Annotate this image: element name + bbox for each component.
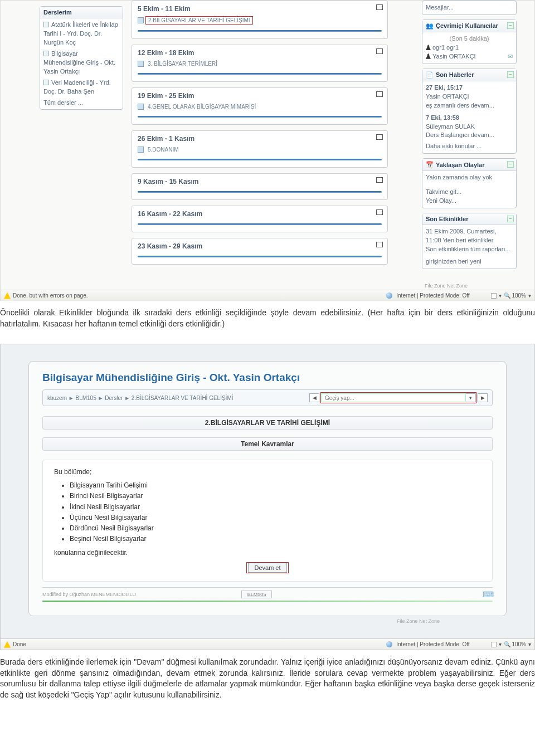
dropdown-icon[interactable] <box>491 642 497 647</box>
week-title: 9 Kasım - 15 Kasım <box>138 178 382 186</box>
bullet-list: Bilgisayarın Tarihi Gelişimi Birinci Nes… <box>70 480 481 544</box>
news-item[interactable]: 27 Eki, 15:17 Yasin ORTAKÇI eş zamanlı d… <box>426 84 513 110</box>
warning-icon <box>4 292 11 299</box>
list-item: Bilgisayarın Tarihi Gelişimi <box>70 480 481 491</box>
continue-button[interactable]: Devam et <box>248 563 286 573</box>
browser-statusbar: Done, but with errors on page. Internet … <box>1 290 534 301</box>
week-box: 23 Kasım - 29 Kasım <box>132 238 388 265</box>
week-toggle-icon[interactable] <box>376 48 383 54</box>
lesson-card: Bilgisayar Mühendisliğine Giriş - Okt. Y… <box>28 361 507 616</box>
week-box: 19 Ekim - 25 Ekim 4.GENEL OLARAK BİLGİSA… <box>132 87 388 125</box>
status-text: Done <box>13 641 26 647</box>
list-item: Üçüncü Nesil Bilgisayarlar <box>70 513 481 523</box>
week-title: 23 Kasım - 29 Kasım <box>138 242 382 250</box>
online-user[interactable]: ogr1 ogr1 <box>426 43 513 52</box>
lesson-body: Bu bölümde; Bilgisayarın Tarihi Gelişimi… <box>42 460 493 582</box>
week-toggle-icon[interactable] <box>376 209 383 215</box>
messages-block: Mesajlar... <box>422 1 517 15</box>
news-item[interactable]: 7 Eki, 13:58 Süleyman SULAK Ders Başlang… <box>426 114 513 140</box>
lesson-intro: Bu bölümde; <box>54 468 481 476</box>
block-content: 27 Eki, 15:17 Yasin ORTAKÇI eş zamanlı d… <box>422 81 516 154</box>
block-title: Son Etkinlikler <box>422 213 516 225</box>
week-toggle-icon[interactable] <box>376 242 383 247</box>
news-meta: 27 Eki, 15:17 <box>426 84 463 91</box>
breadcrumb-row: kbuzem ► BLM105 ► Dersler ► 2.BİLGİSAYAR… <box>42 389 493 406</box>
collapse-icon[interactable]: − <box>507 22 514 29</box>
lesson-title-bar: 2.BİLGİSAYARLAR VE TARİHİ GELİŞİMİ <box>42 416 493 430</box>
my-courses-block: Derslerim Atatürk İlkeleri ve İnkılap Ta… <box>40 6 123 110</box>
week-toggle-icon[interactable] <box>376 134 383 140</box>
collapse-icon[interactable]: − <box>507 71 514 78</box>
dropdown-icon[interactable] <box>491 293 497 299</box>
week-box: 5 Ekim - 11 Ekim 2.BİLGİSAYARLAR VE TARİ… <box>132 1 388 39</box>
modified-by: Modified by Oğuzhan MENEMENCİOĞLU <box>42 592 136 597</box>
resource-link[interactable]: 3. BİLGİSAYAR TERİMLERİ <box>138 60 382 67</box>
subsection-bar: Temel Kavramlar <box>42 437 493 451</box>
jump-dropdown-icon[interactable]: ▾ <box>466 393 476 402</box>
zoom-level[interactable]: 🔍 100% <box>504 641 526 647</box>
news-block: 📄Son Haberler − 27 Eki, 15:17 Yasin ORTA… <box>422 69 517 154</box>
course-item[interactable]: Atatürk İlkeleri ve İnkılap Tarihi I - Y… <box>43 21 119 47</box>
message-icon[interactable]: ✉ <box>508 52 513 61</box>
goto-calendar-link[interactable]: Takvime git... <box>426 188 461 195</box>
week-toggle-icon[interactable] <box>376 177 383 183</box>
resource-link[interactable]: 5.DONANIM <box>138 146 382 153</box>
course-item[interactable]: Veri Madenciliği - Yrd. Doç. Dr. Baha Şe… <box>43 79 119 96</box>
block-title: Derslerim <box>40 7 123 18</box>
instruction-paragraph-1: Öncelikli olarak Etkinlikler bloğunda il… <box>0 301 535 340</box>
zoom-level[interactable]: 🔍 100% <box>504 292 526 299</box>
course-item[interactable]: Bilgisayar Mühendisliğine Giriş - Okt. Y… <box>43 50 119 76</box>
lesson-icon <box>138 147 144 153</box>
all-courses-link[interactable]: Tüm dersler ... <box>43 99 83 106</box>
calendar-icon: 📅 <box>426 161 434 168</box>
week-toggle-icon[interactable] <box>376 91 383 97</box>
recent-report-link[interactable]: Son etkinliklerin tüm raporları... <box>426 246 510 252</box>
resource-link[interactable]: 4.GENEL OLARAK BİLGİSAYAR MİMARİSİ <box>138 103 382 110</box>
collapse-icon[interactable]: − <box>507 216 514 222</box>
block-content: (Son 5 dakika) ogr1 ogr1 Yasin ORTAKÇI ✉ <box>422 32 516 64</box>
jump-nav: ◀ Geçiş yap... ▾ ▶ <box>309 392 488 403</box>
online-user[interactable]: Yasin ORTAKÇI ✉ <box>426 52 513 61</box>
prev-button[interactable]: ◀ <box>309 393 319 402</box>
collapse-icon[interactable]: − <box>507 161 514 168</box>
keyboard-icon[interactable]: ⌨ <box>483 590 493 599</box>
screenshot-lesson-page: Bilgisayar Mühendisliğine Giriş - Okt. Y… <box>0 344 535 650</box>
news-text: Ders Başlangıcı devam... <box>426 131 494 138</box>
news-icon: 📄 <box>426 71 434 79</box>
course-weeks: 5 Ekim - 11 Ekim 2.BİLGİSAYARLAR VE TARİ… <box>132 1 388 270</box>
week-box: 26 Ekim - 1 Kasım 5.DONANIM <box>132 130 388 168</box>
instruction-paragraph-2: Burada ders etkinliğinde ilerlemek için … <box>0 650 535 711</box>
internet-zone-icon <box>386 641 392 647</box>
recent-time: 31 Ekim 2009, Cumartesi, 11:00 'den beri… <box>426 227 513 245</box>
list-item: Birinci Nesil Bilgisayarlar <box>70 491 481 501</box>
lesson-icon <box>138 17 144 23</box>
file-zone-label: File Zone Net Zone <box>397 618 440 624</box>
lesson-icon <box>138 104 144 110</box>
list-item: Dördüncü Nesil Bilgisayarlar <box>70 523 481 534</box>
list-item: Beşinci Nesil Bilgisayarlar <box>70 534 481 544</box>
older-topics-link[interactable]: Daha eski konular ... <box>426 143 481 149</box>
protected-mode-text: Internet | Protected Mode: Off <box>396 292 469 299</box>
resource-link[interactable]: 2.BİLGİSAYARLAR VE TARİHİ GELİŞİMİ <box>138 16 382 25</box>
jump-select[interactable]: Geçiş yap... <box>321 393 466 402</box>
week-title: 12 Ekim - 18 Ekim <box>138 49 382 57</box>
users-icon: 👥 <box>426 22 434 30</box>
file-zone-label: File Zone Net Zone <box>425 283 468 289</box>
news-text: eş zamanlı ders devam... <box>426 102 494 109</box>
block-title: 📄Son Haberler <box>422 69 516 81</box>
new-event-link[interactable]: Yeni Olay... <box>426 197 456 204</box>
next-button[interactable]: ▶ <box>478 393 488 402</box>
course-home-button[interactable]: BLM105 <box>241 591 273 598</box>
recent-tail: girişinizden beri yeni <box>426 257 513 266</box>
list-item: İkinci Nesil Bilgisayarlar <box>70 502 481 513</box>
week-toggle-icon[interactable] <box>376 4 383 10</box>
week-title: 19 Ekim - 25 Ekim <box>138 92 382 100</box>
jump-select-highlight: Geçiş yap... ▾ <box>320 392 476 403</box>
messages-link[interactable]: Mesajlar... <box>426 4 454 11</box>
protected-mode-text: Internet | Protected Mode: Off <box>396 641 469 647</box>
block-title: 👥Çevrimiçi Kullanıcılar <box>422 20 516 32</box>
course-heading: Bilgisayar Mühendisliğine Giriş - Okt. Y… <box>42 372 493 384</box>
breadcrumbs[interactable]: kbuzem ► BLM105 ► Dersler ► 2.BİLGİSAYAR… <box>47 395 234 401</box>
browser-statusbar: Done Internet | Protected Mode: Off ▾ 🔍 … <box>1 638 534 650</box>
week-title: 26 Ekim - 1 Kasım <box>138 135 382 143</box>
